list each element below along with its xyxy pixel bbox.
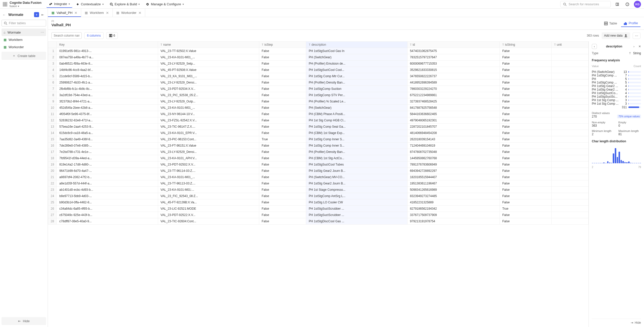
- column-header-unit[interactable]: Tunit: [551, 42, 588, 48]
- cell[interactable]: False: [259, 54, 306, 61]
- cell[interactable]: PH (SwitchGear): [306, 105, 407, 111]
- cell[interactable]: 5844163636602465: [407, 111, 500, 117]
- cell[interactable]: PH 1stStgSuctScrubber ...: [306, 212, 407, 218]
- cell[interactable]: 8323949273274485: [407, 193, 500, 199]
- view-profile[interactable]: Profile: [621, 20, 640, 27]
- next-column-button[interactable]: ›: [631, 44, 636, 49]
- cell[interactable]: False: [259, 111, 306, 117]
- cell[interactable]: False: [500, 155, 551, 161]
- table-row[interactable]: 30ab46521-f69a-463e-8...VAL_23-LY-92529_…: [48, 61, 589, 67]
- table-row[interactable]: 93f2370b2-8f44-4721-a...VAL_23-LY-92529_…: [48, 98, 589, 105]
- cell[interactable]: [551, 161, 588, 168]
- cell[interactable]: False: [500, 92, 551, 98]
- cell[interactable]: 52636232-82e8-471f-a...: [57, 117, 158, 124]
- cell[interactable]: VAL_23-PIC-96153:Cont...: [158, 136, 259, 143]
- topnav-contextualize[interactable]: Contextualize▾: [73, 1, 106, 8]
- table-row[interactable]: 187fd9541f-d39a-44ed-a...VAL_23-KA-9101_…: [48, 155, 589, 161]
- cell[interactable]: False: [259, 199, 306, 206]
- cell[interactable]: 979213191978754: [407, 218, 500, 225]
- cell[interactable]: False: [500, 168, 551, 174]
- cell[interactable]: 14bf4c86-4cc8-4aa2-bf...: [57, 67, 158, 73]
- cell[interactable]: a8e1d35f-557d-444f-a...: [57, 180, 158, 187]
- cell[interactable]: c34a64dc-6a85-4f65-b...: [57, 206, 158, 212]
- table-row[interactable]: 1357bea16e-2aa4-4253-9...VAL_23-TIC-9614…: [48, 124, 589, 130]
- topnav-explore-build[interactable]: Explore & Build▾: [107, 1, 142, 8]
- cell[interactable]: 4418952696394589: [407, 79, 500, 86]
- global-search[interactable]: Search for resources: [560, 1, 611, 7]
- cell[interactable]: [551, 136, 588, 143]
- cell[interactable]: False: [500, 180, 551, 187]
- cell[interactable]: False: [259, 86, 306, 92]
- cell[interactable]: 4814066948454208: [407, 130, 500, 136]
- cell[interactable]: False: [259, 218, 306, 225]
- cell[interactable]: False: [259, 48, 306, 54]
- cell[interactable]: PH (CBM) Phase A Positi...: [306, 111, 407, 117]
- table-row[interactable]: 521cde9cf-5589-4d15-b...VAL_23_KA_9101_M…: [48, 73, 589, 79]
- cell[interactable]: 3476550822226737: [407, 73, 500, 79]
- cell[interactable]: 1951383611196467: [407, 180, 500, 187]
- cell[interactable]: VAL_23_KA_9101_M01_...: [158, 73, 259, 79]
- cell[interactable]: False: [259, 180, 306, 187]
- cell[interactable]: VAL_23-TIC-96147:Z.X....: [158, 124, 259, 130]
- cell[interactable]: 1445950862760768: [407, 155, 500, 161]
- column-header-key[interactable]: Key: [57, 42, 158, 48]
- cell[interactable]: 2287202101845707: [407, 124, 500, 130]
- cell[interactable]: PH (CBM) 1st Stg ActCo...: [306, 155, 407, 161]
- table-row[interactable]: 24b8e97713-5bb9-4d03-...VAL_23_FIC_92543…: [48, 193, 589, 199]
- columns-count[interactable]: 6: [106, 32, 118, 39]
- cell[interactable]: [551, 180, 588, 187]
- cell[interactable]: 1820185515944407: [407, 174, 500, 180]
- cell[interactable]: 087ea750-a49a-4b77-a...: [57, 54, 158, 61]
- cell[interactable]: 2fb4bf8b-fc1c-4b9c-8c...: [57, 86, 158, 92]
- table-row[interactable]: 72fb4bf8b-fc1c-4b9c-8c...VAL_23-PDT-9253…: [48, 86, 589, 92]
- cell[interactable]: 01991e55-981c-4913-...: [57, 48, 158, 54]
- cell[interactable]: 5098341265616989: [407, 187, 500, 193]
- cell[interactable]: PH 1stStg Comp Mtr Cur...: [306, 73, 407, 79]
- cell[interactable]: [551, 73, 588, 79]
- cell[interactable]: PH 1stStg Comp Seal Ga...: [306, 124, 407, 130]
- cell[interactable]: 0ab46521-f69a-463e-8...: [57, 61, 158, 67]
- cell[interactable]: False: [259, 168, 306, 174]
- cell[interactable]: PH (SwitchGear): [306, 54, 407, 61]
- cell[interactable]: VAL_45-PT-92508:X.Value: [158, 67, 259, 73]
- cell[interactable]: PH (Profiler) Emulsion de...: [306, 61, 407, 67]
- cell[interactable]: PH 1stStgSuctScrubber ...: [306, 206, 407, 212]
- cell[interactable]: PH 1stStgSuctCool Cool...: [306, 67, 407, 73]
- cell[interactable]: VAL_23-TT-96114-03:Z....: [158, 168, 259, 174]
- prev-column-button[interactable]: ‹: [592, 44, 597, 49]
- table-row[interactable]: 26c34a64dc-6a85-4f65-b...VAL_23-LIC-9252…: [48, 206, 589, 212]
- cell[interactable]: PH (SwitchGear) MV-CO...: [306, 174, 407, 180]
- table-row[interactable]: 14615dc8c9-ca18-48a5-a...VAL_23-KA-9101_…: [48, 130, 589, 136]
- cell[interactable]: VAL_23-LY-92529_Densi...: [158, 79, 259, 86]
- cell[interactable]: PH 1stStg Comp Inner S...: [306, 143, 407, 149]
- cell[interactable]: PH 1stStgComp Suction: [306, 86, 407, 92]
- cell[interactable]: VAL_23-LIC-92521:MODE: [158, 206, 259, 212]
- cell[interactable]: [551, 212, 588, 218]
- cell[interactable]: [551, 61, 588, 67]
- cell[interactable]: [551, 79, 588, 86]
- cell[interactable]: VAL_23-KA-9101-M01_...: [158, 105, 259, 111]
- cell[interactable]: 21cde9cf-5589-4d15-b...: [57, 73, 158, 79]
- cell[interactable]: 7fd9541f-d39a-44ed-a...: [57, 155, 158, 161]
- cell[interactable]: False: [259, 73, 306, 79]
- avatar[interactable]: KG: [634, 1, 641, 8]
- table-row[interactable]: 27c675049c-925e-443f-b...VAL_23-PDT-9252…: [48, 212, 589, 218]
- table-row[interactable]: 157aa35d82-3a49-436f-8...VAL_23-PIC-9615…: [48, 136, 589, 143]
- table-row[interactable]: 25b90d3b14-0ffa-4462-8...VAL_45-FT-92139…: [48, 199, 589, 206]
- table-row[interactable]: 101991e55-981c-4913-...VAL_23-TT-92502:X…: [48, 48, 589, 54]
- cell[interactable]: c78dff87-08e5-40a0-9...: [57, 218, 158, 225]
- cell[interactable]: 7aa35d82-3a49-436f-8...: [57, 136, 158, 143]
- cell[interactable]: 819e14a2-17d8-4d80-...: [57, 161, 158, 168]
- cell[interactable]: False: [500, 105, 551, 111]
- topnav-integrate[interactable]: Integrate▾: [46, 1, 72, 8]
- cell[interactable]: [551, 199, 588, 206]
- cell[interactable]: [551, 124, 588, 130]
- cell[interactable]: False: [259, 143, 306, 149]
- cell[interactable]: False: [500, 193, 551, 199]
- cell[interactable]: PH 1stStg Gear2 Journ B...: [306, 180, 407, 187]
- cell[interactable]: PH 1stStgComp STV Per...: [306, 92, 407, 98]
- cell[interactable]: PH 1st Stage Compresso...: [306, 187, 407, 193]
- cell[interactable]: VAL_23-LY-92529_Densi...: [158, 149, 259, 155]
- cell[interactable]: [551, 149, 588, 155]
- cell[interactable]: ab1401d0-ecbc-4d93-b...: [57, 187, 158, 193]
